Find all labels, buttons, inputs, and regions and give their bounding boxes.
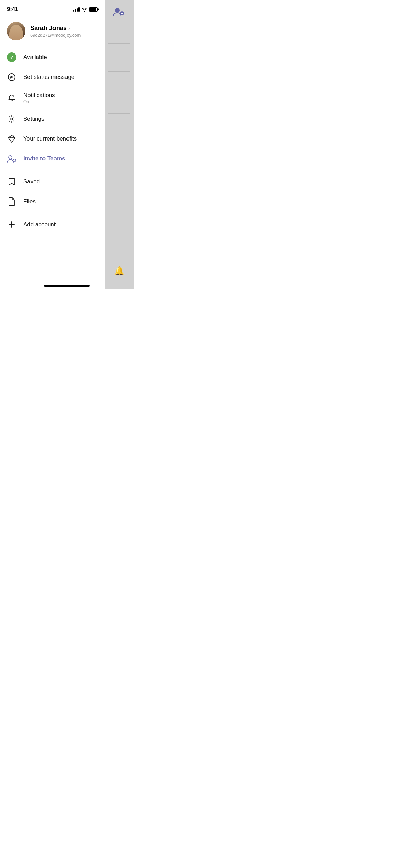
panel-bottom: 🔔 <box>105 266 134 276</box>
saved-text: Saved <box>23 178 98 185</box>
right-panel: 🔔 <box>105 0 134 289</box>
battery-icon <box>89 7 98 12</box>
available-label: Available <box>23 54 98 61</box>
signal-icon <box>73 7 80 12</box>
bookmark-icon <box>7 177 16 186</box>
saved-label: Saved <box>23 178 98 185</box>
files-text: Files <box>23 198 98 205</box>
diamond-icon <box>7 134 16 144</box>
panel-bar-2 <box>108 71 130 72</box>
svg-point-11 <box>9 156 12 159</box>
svg-point-1 <box>115 9 119 12</box>
set-status-text: Set status message <box>23 74 98 81</box>
profile-name-row: Sarah Jonas › <box>30 25 98 32</box>
notifications-label: Notifications <box>23 92 98 99</box>
menu-item-available[interactable]: ✓ Available <box>0 47 105 67</box>
profile-email: 69d2d271@moodjoy.com <box>30 33 98 38</box>
menu-item-set-status[interactable]: Set status message <box>0 67 105 87</box>
available-icon: ✓ <box>7 52 16 62</box>
notifications-sublabel: On <box>23 99 98 104</box>
svg-point-6 <box>12 76 13 77</box>
add-account-label: Add account <box>23 221 98 228</box>
menu-item-invite-teams[interactable]: Invite to Teams <box>0 149 105 169</box>
svg-point-7 <box>11 118 13 120</box>
menu-item-notifications[interactable]: Notifications On <box>0 87 105 109</box>
files-label: Files <box>23 198 98 205</box>
benefits-text: Your current benefits <box>23 135 98 142</box>
add-account-text: Add account <box>23 221 98 228</box>
invite-icon <box>7 154 16 164</box>
divider-1 <box>0 170 105 170</box>
status-bar: 9:41 <box>0 0 105 16</box>
settings-text: Settings <box>23 116 98 122</box>
file-icon <box>7 197 16 206</box>
plus-icon <box>7 220 16 229</box>
menu-item-benefits[interactable]: Your current benefits <box>0 129 105 149</box>
menu-item-add-account[interactable]: Add account <box>0 215 105 234</box>
bell-icon <box>7 93 16 103</box>
wifi-icon <box>82 7 87 12</box>
profile-section[interactable]: Sarah Jonas › 69d2d271@moodjoy.com <box>0 16 105 47</box>
invite-teams-text: Invite to Teams <box>23 155 98 162</box>
right-panel-top <box>105 0 134 23</box>
profile-info: Sarah Jonas › 69d2d271@moodjoy.com <box>30 25 98 38</box>
menu-item-settings[interactable]: Settings <box>0 109 105 129</box>
divider-2 <box>0 213 105 213</box>
profile-name: Sarah Jonas <box>30 25 67 32</box>
available-text: Available <box>23 54 98 61</box>
gear-icon <box>7 114 16 124</box>
svg-marker-8 <box>8 135 15 142</box>
panel-invite-icon <box>112 5 127 20</box>
avatar <box>7 22 25 40</box>
main-panel: 9:41 Sarah Jonas › <box>0 0 105 289</box>
panel-bar-3 <box>108 113 130 114</box>
status-time: 9:41 <box>7 6 18 13</box>
settings-label: Settings <box>23 116 98 122</box>
status-icons <box>73 7 98 12</box>
menu-item-files[interactable]: Files <box>0 192 105 212</box>
notifications-text: Notifications On <box>23 92 98 104</box>
profile-chevron: › <box>68 26 70 31</box>
home-indicator <box>44 285 90 287</box>
edit-icon <box>7 72 16 82</box>
benefits-label: Your current benefits <box>23 135 98 142</box>
invite-teams-label: Invite to Teams <box>23 155 98 162</box>
menu-item-saved[interactable]: Saved <box>0 172 105 192</box>
set-status-label: Set status message <box>23 74 98 81</box>
panel-bar-1 <box>108 43 130 44</box>
checkmark-icon: ✓ <box>10 54 14 61</box>
chat-icon: 🔔 <box>114 266 124 276</box>
